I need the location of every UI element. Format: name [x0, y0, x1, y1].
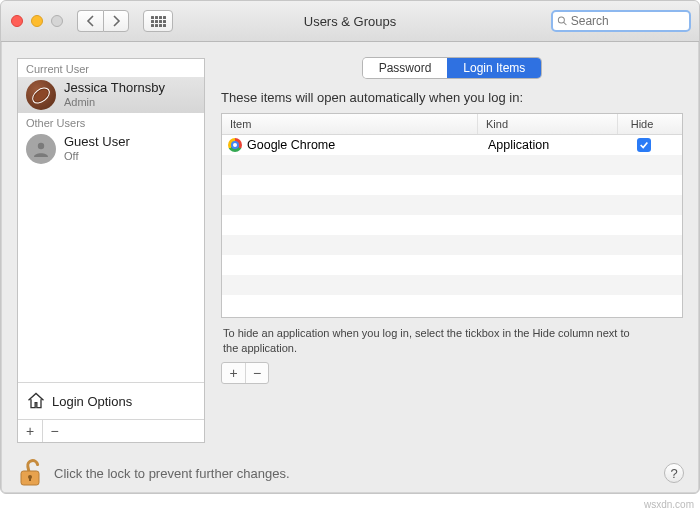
help-button[interactable]: ?: [664, 463, 684, 483]
nav-group: [77, 10, 129, 32]
nav-back-button[interactable]: [77, 10, 103, 32]
hide-checkbox[interactable]: [637, 138, 651, 152]
login-items-table: Item Kind Hide Google Chrome Application: [221, 113, 683, 318]
preferences-window: Users & Groups Current User Jessica Thor…: [0, 0, 700, 494]
add-login-item-button[interactable]: +: [222, 363, 245, 383]
sidebar-user-guest[interactable]: Guest User Off: [18, 131, 204, 167]
traffic-lights: [11, 15, 63, 27]
sidebar-header-other: Other Users: [18, 113, 204, 131]
chrome-icon: [228, 138, 242, 152]
sidebar-plus-minus: + −: [18, 419, 204, 442]
sidebar-user-current[interactable]: Jessica Thornsby Admin: [18, 77, 204, 113]
search-icon: [557, 15, 568, 27]
lock-hint-text: Click the lock to prevent further change…: [54, 466, 654, 481]
house-icon: [26, 391, 46, 411]
table-row[interactable]: Google Chrome Application: [222, 135, 682, 155]
show-all-button[interactable]: [143, 10, 173, 32]
tab-password[interactable]: Password: [363, 58, 448, 78]
row-kind: Application: [480, 138, 620, 152]
user-name: Guest User: [64, 135, 130, 150]
column-gutter: [666, 114, 682, 134]
close-window-button[interactable]: [11, 15, 23, 27]
column-header-kind[interactable]: Kind: [478, 114, 618, 134]
svg-line-1: [564, 22, 567, 25]
login-options-button[interactable]: Login Options: [18, 382, 204, 419]
footer: Click the lock to prevent further change…: [0, 452, 700, 494]
remove-login-item-button[interactable]: −: [245, 363, 268, 383]
login-options-label: Login Options: [52, 394, 132, 409]
row-item-name: Google Chrome: [247, 138, 335, 152]
avatar: [26, 80, 56, 110]
watermark: wsxdn.com: [644, 499, 694, 510]
zoom-window-button: [51, 15, 63, 27]
column-header-hide[interactable]: Hide: [618, 114, 666, 134]
svg-rect-5: [29, 477, 31, 481]
unlocked-lock-icon[interactable]: [16, 458, 44, 488]
hide-hint-text: To hide an application when you log in, …: [221, 318, 641, 362]
add-user-button[interactable]: +: [18, 420, 42, 442]
column-header-item[interactable]: Item: [222, 114, 478, 134]
users-sidebar: Current User Jessica Thornsby Admin Othe…: [17, 58, 205, 443]
svg-point-0: [558, 17, 564, 23]
svg-point-2: [38, 143, 44, 149]
sidebar-header-current: Current User: [18, 59, 204, 77]
nav-forward-button[interactable]: [103, 10, 129, 32]
user-name: Jessica Thornsby: [64, 81, 165, 96]
user-status: Off: [64, 150, 130, 163]
login-items-plus-minus: + −: [221, 362, 269, 384]
main-panel: Password Login Items These items will op…: [221, 58, 683, 443]
login-items-intro: These items will open automatically when…: [221, 90, 683, 105]
titlebar: Users & Groups: [1, 1, 699, 42]
search-input[interactable]: [571, 14, 685, 28]
tab-bar: Password Login Items: [221, 58, 683, 78]
avatar: [26, 134, 56, 164]
tab-login-items[interactable]: Login Items: [447, 58, 541, 78]
minimize-window-button[interactable]: [31, 15, 43, 27]
search-field[interactable]: [551, 10, 691, 32]
remove-user-button[interactable]: −: [42, 420, 66, 442]
user-role: Admin: [64, 96, 165, 109]
